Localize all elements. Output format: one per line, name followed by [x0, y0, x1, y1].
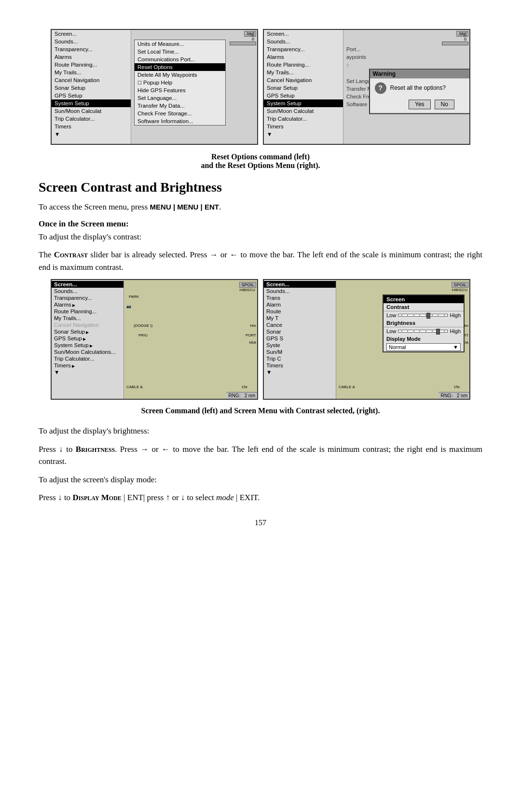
para5-before: Press ↓ to	[39, 445, 76, 454]
sub-check-storage: Check Free Storage...	[135, 110, 225, 117]
popup-title: Screen	[384, 295, 464, 303]
bl-priu: PRIU	[138, 333, 148, 337]
map-area-right: SPOIL HIBISCU Hm PORT MIA CABLE & 15ε Sc…	[336, 280, 469, 399]
partial-aypoints: aypoints	[346, 54, 366, 60]
sub-transfer: Transfer My Data...	[135, 102, 225, 110]
sub-hide-gps: Hide GPS Features	[135, 86, 225, 94]
r-menu-alarms: Alarms	[264, 53, 343, 61]
bl-sonar: Sonar Setup	[52, 328, 123, 335]
partial-s: s	[346, 62, 349, 68]
warning-label: Warning	[373, 70, 396, 77]
brightness-slider-row: Low High	[384, 327, 464, 335]
map-area-left: SPOIL HIBISCU PARK 📷 (DODGE I) Hm PRIU P…	[124, 280, 257, 399]
br-myt: My T	[264, 315, 336, 322]
right-screenshot-top: Screen... Sounds... Transparency... Alar…	[263, 29, 470, 145]
r-menu-sonar: Sonar Setup	[264, 84, 343, 92]
br-gpss: GPS S	[264, 335, 336, 342]
bl-cancel: Cancel Navigation	[52, 322, 123, 328]
br-trans: Trans	[264, 294, 336, 301]
bl-sunmoon: Sun/Moon Calculations...	[52, 349, 123, 355]
para4: To adjust the display's brightness:	[39, 425, 482, 437]
para3-contrast: Contrast	[54, 250, 88, 259]
once-label: Once in the Screen menu:	[39, 219, 482, 229]
warning-dialog: Warning ? Reset all the options? Yes No	[369, 69, 471, 114]
r-menu-arrow: ▼	[264, 130, 343, 138]
menu-alarms: Alarms	[52, 53, 131, 61]
para3-before: The	[39, 250, 54, 259]
bl-mia: MIA	[249, 340, 256, 345]
bl-sounds: Sounds...	[52, 288, 123, 294]
para5-brightness: Brightness	[76, 445, 115, 454]
para7-period: .	[258, 493, 260, 502]
br-tripc: Trip C	[264, 355, 336, 362]
brightness-slider[interactable]	[398, 330, 448, 333]
bl-alarms: Alarms	[52, 301, 123, 308]
top-indicator: .blg]	[244, 31, 256, 37]
right-submenu-panel: .blg] 0 Units of Measure... Set Local Ti…	[131, 30, 257, 144]
popup-brightness-label: Brightness	[384, 319, 464, 327]
left-screenshot-bottom: Screen... Sounds... Transparency... Alar…	[51, 279, 258, 400]
bl-route: Route Planning...	[52, 308, 123, 315]
submenu-panel: Units of Measure... Set Local Time... Co…	[134, 40, 226, 126]
warning-title-bar: Warning	[370, 70, 471, 78]
br-sonar: Sonar	[264, 328, 336, 335]
right-submenu-with-warning: .blg] 0 Port... aypoints s Set Language.…	[343, 30, 469, 144]
sub-popup-help: ☐ Popup Help	[135, 79, 225, 86]
br-route: Route	[264, 308, 336, 315]
br-syste: Syste	[264, 342, 336, 349]
popup-contrast-label: Contrast	[384, 303, 464, 311]
no-button[interactable]: No	[435, 99, 454, 109]
sub-reset-options: Reset Options	[135, 63, 225, 71]
bl-hm: Hm	[250, 323, 256, 328]
para1-end: .	[219, 202, 221, 211]
caption2-line1: Screen Command (left) and Screen Menu wi…	[141, 406, 380, 415]
para7-mid: | ENT| press ↑ or ↓ to select	[122, 493, 216, 502]
para6: To adjust the screen's display mode:	[39, 474, 482, 486]
sub-software-info: Software Information...	[135, 117, 225, 125]
partial-port: Port...	[346, 46, 360, 52]
br-sounds: Sounds...	[264, 288, 336, 294]
menu-trails: My Trails...	[52, 69, 131, 76]
warning-message: Reset all the options?	[390, 84, 446, 91]
display-mode-value[interactable]: Normal ▼	[386, 343, 461, 351]
r-menu-screen: Screen...	[264, 30, 343, 38]
r-menu-timers: Timers	[264, 123, 343, 130]
contrast-slider[interactable]	[398, 314, 448, 317]
menu-timers: Timers	[52, 123, 131, 130]
display-mode-label: Display Mode	[384, 335, 464, 343]
bl-rng: RNG: 2 nm	[226, 392, 257, 399]
brightness-low: Low	[386, 328, 396, 334]
r-top-indicator: .blg]	[456, 31, 468, 37]
bl-indicator: SPOIL	[239, 282, 256, 288]
para7-end: | EXIT	[234, 493, 258, 502]
r-menu-trip: Trip Calculator...	[264, 115, 343, 123]
menu-route: Route Planning...	[52, 61, 131, 69]
bl-15e: 15ε	[242, 385, 247, 389]
section-title: Screen Contrast and Brightness	[39, 180, 482, 195]
right-left-menu: Screen... Sounds... Transparency... Alar…	[264, 30, 343, 144]
sub-local-time: Set Local Time...	[135, 48, 225, 56]
zero-indicator: 0	[252, 37, 254, 42]
brightness-high: High	[450, 328, 461, 334]
yes-button[interactable]: Yes	[409, 99, 431, 109]
bl-dodge: (DODGE I)	[134, 323, 152, 328]
left-screenshot-top: Screen... Sounds... Transparency... Alar…	[51, 29, 258, 145]
volume-bar	[230, 42, 256, 45]
menu-sunmoon: Sun/Moon Calculat	[52, 107, 131, 115]
bl-park2: 📷	[126, 304, 131, 308]
menu-down-arrow: ▼	[52, 130, 131, 138]
bl-down: ▼	[52, 369, 123, 376]
para1-kbd: MENU | MENU | ENT	[150, 203, 219, 211]
r-zero-indicator: 0	[464, 37, 466, 42]
menu-sounds: Sounds...	[52, 38, 131, 45]
bl-timers: Timers	[52, 362, 123, 369]
bl-cable: CABLE &	[126, 385, 143, 389]
bottom-left-menu: Screen... Sounds... Transparency... Alar…	[52, 280, 124, 399]
para3-after: slider bar is already selected. Press → …	[39, 250, 482, 272]
screen-title: Screen...	[52, 281, 123, 288]
bottom-screenshots-row: Screen... Sounds... Transparency... Alar…	[39, 279, 482, 400]
menu-sonar: Sonar Setup	[52, 84, 131, 92]
para3: The Contrast slider bar is already selec…	[39, 249, 482, 273]
menu-transparency: Transparency...	[52, 45, 131, 53]
warning-buttons: Yes No	[370, 98, 471, 113]
